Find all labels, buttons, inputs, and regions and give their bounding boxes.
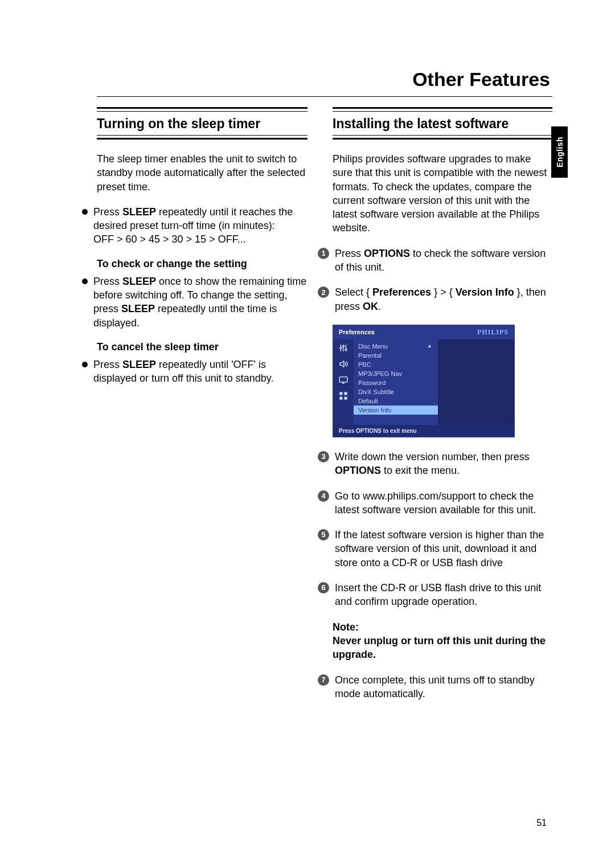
- osd-header: Preferences PHILIPS: [333, 325, 514, 339]
- list-item: 5 If the latest software version is high…: [318, 528, 552, 570]
- list-item: 7 Once complete, this unit turns off to …: [318, 673, 552, 701]
- philips-logo: PHILIPS: [477, 328, 509, 337]
- content-columns: Turning on the sleep timer The sleep tim…: [97, 107, 552, 712]
- list-item: Press SLEEP once to show the remaining t…: [82, 275, 308, 330]
- section-rule: [333, 135, 552, 140]
- list-item: Press SLEEP repeatedly until it reaches …: [82, 205, 308, 247]
- svg-point-2: [345, 349, 347, 350]
- column-left: Turning on the sleep timer The sleep tim…: [97, 107, 308, 712]
- osd-menu-item: PBC: [354, 360, 438, 369]
- osd-title: Preferences: [339, 329, 375, 335]
- text: to exit the menu.: [381, 465, 460, 476]
- text-bold: OPTIONS: [364, 248, 410, 259]
- text: Once complete, this unit turns off to st…: [335, 673, 552, 701]
- text-bold: SLEEP: [122, 276, 156, 287]
- osd-footer: Press OPTIONS to exit menu: [333, 425, 514, 437]
- text: Press: [93, 206, 122, 218]
- speaker-icon: [338, 359, 348, 369]
- text: .: [378, 301, 381, 312]
- section-rule: [333, 107, 552, 112]
- note-block: Note: Never unplug or turn off this unit…: [333, 620, 552, 662]
- step-number-icon: 7: [318, 674, 329, 686]
- text: } > {: [431, 286, 456, 298]
- settings-icon: [338, 343, 348, 353]
- osd-icon-column: [333, 339, 354, 425]
- text-bold: OK: [363, 301, 378, 312]
- bullet-icon: [82, 279, 88, 284]
- section-rule: [97, 135, 308, 140]
- osd-menu-item-selected: Version Info: [354, 406, 438, 415]
- text: Press: [335, 248, 364, 259]
- text: Insert the CD-R or USB flash drive to th…: [335, 581, 552, 609]
- sub-heading-cancel: To cancel the sleep timer: [97, 341, 308, 353]
- software-intro: Philips provides software upgrades to ma…: [333, 152, 552, 235]
- page-title: Other Features: [97, 68, 552, 91]
- text-bold: Version Info: [456, 286, 514, 298]
- osd-menu-item: Default: [354, 396, 438, 406]
- section-heading-software: Installing the latest software: [333, 114, 552, 135]
- svg-rect-5: [345, 392, 347, 395]
- osd-menu-item: Parental: [354, 351, 438, 360]
- svg-rect-7: [345, 396, 347, 399]
- osd-body: Disc Menu▲ Parental PBC MP3/JPEG Nav Pas…: [333, 339, 514, 425]
- list-item: 1 Press OPTIONS to check the software ve…: [318, 247, 552, 275]
- sleep-intro: The sleep timer enables the unit to swit…: [97, 152, 308, 194]
- language-tab: English: [551, 126, 568, 178]
- monitor-icon: [338, 375, 348, 385]
- text-bold: SLEEP: [122, 359, 156, 370]
- note-text: Never unplug or turn off this unit durin…: [333, 635, 546, 660]
- svg-point-0: [340, 347, 342, 349]
- section-rule: [97, 107, 308, 112]
- svg-rect-6: [339, 396, 342, 399]
- osd-menu-list: Disc Menu▲ Parental PBC MP3/JPEG Nav Pas…: [354, 339, 438, 425]
- text-bold: OPTIONS: [335, 465, 381, 476]
- note-label: Note:: [333, 621, 359, 633]
- title-rule: [97, 96, 552, 97]
- column-right: Installing the latest software Philips p…: [333, 107, 552, 712]
- osd-menu-item: Disc Menu▲: [354, 342, 438, 351]
- text-bold: SLEEP: [121, 303, 155, 314]
- text-bold: Preferences: [372, 286, 431, 298]
- svg-point-1: [343, 345, 345, 347]
- list-item: Press SLEEP repeatedly until 'OFF' is di…: [82, 358, 308, 386]
- text: Write down the version number, then pres…: [335, 451, 530, 462]
- bullet-icon: [82, 362, 88, 367]
- list-item: 6 Insert the CD-R or USB flash drive to …: [318, 581, 552, 609]
- text-bold: SLEEP: [122, 206, 156, 218]
- step-number-icon: 3: [318, 451, 329, 462]
- step-number-icon: 4: [318, 490, 329, 502]
- list-item: 3 Write down the version number, then pr…: [318, 450, 552, 478]
- grid-icon: [338, 391, 348, 401]
- osd-menu-item: DivX Subtitle: [354, 387, 438, 396]
- section-heading-sleep: Turning on the sleep timer: [97, 114, 308, 135]
- osd-detail-pane: [438, 339, 514, 425]
- osd-preferences-screenshot: Preferences PHILIPS Disc Menu▲ Parental …: [333, 325, 515, 437]
- osd-menu-item: MP3/JPEG Nav: [354, 369, 438, 378]
- text: Press: [93, 276, 122, 287]
- step-number-icon: 1: [318, 248, 329, 259]
- step-number-icon: 2: [318, 286, 329, 298]
- sub-heading-check: To check or change the setting: [97, 258, 308, 270]
- list-item: 4 Go to www.philips.com/support to check…: [318, 489, 552, 517]
- step-number-icon: 5: [318, 529, 329, 541]
- text: Select {: [335, 286, 372, 298]
- text: If the latest software version is higher…: [335, 528, 552, 570]
- page-number: 51: [536, 818, 547, 828]
- svg-rect-3: [339, 377, 347, 382]
- text: Press: [93, 359, 122, 370]
- osd-menu-item: Password: [354, 378, 438, 387]
- list-item: 2 Select { Preferences } > { Version Inf…: [318, 285, 552, 313]
- bullet-icon: [82, 209, 88, 215]
- svg-rect-4: [339, 392, 342, 395]
- text: Go to www.philips.com/support to check t…: [335, 489, 552, 517]
- triangle-up-icon: ▲: [427, 343, 432, 350]
- step-number-icon: 6: [318, 582, 329, 593]
- sleep-sequence: OFF > 60 > 45 > 30 > 15 > OFF...: [93, 234, 246, 245]
